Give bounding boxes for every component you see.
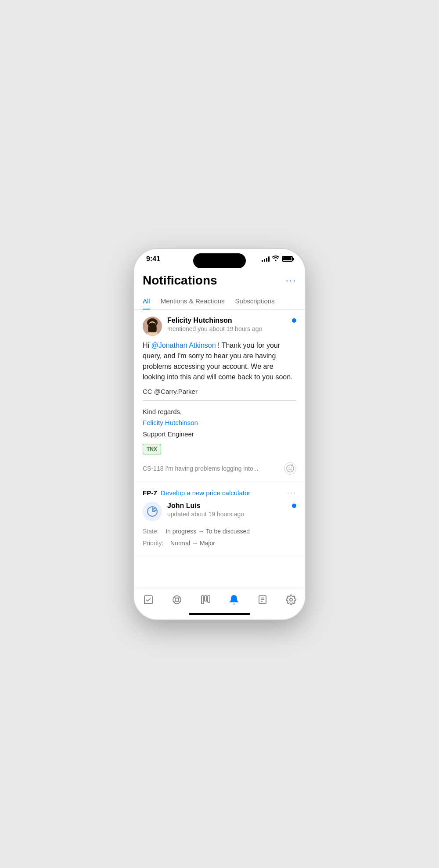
- svg-line-17: [174, 601, 175, 602]
- state-row: State: In progress → To be discussed: [143, 526, 296, 537]
- tab-bar-tasks[interactable]: [138, 593, 159, 607]
- tab-all[interactable]: All: [143, 293, 150, 309]
- notif-user-name-2: John Luis: [167, 502, 287, 510]
- notif-meta-2: John Luis updated about 19 hours ago: [167, 502, 287, 518]
- svg-point-8: [291, 468, 292, 468]
- signature-greeting: Kind regards,: [143, 406, 296, 418]
- avatar-john: [143, 502, 162, 521]
- priority-row: Priority: Normal → Major: [143, 537, 296, 549]
- svg-line-15: [174, 597, 175, 598]
- section-id: FP-7: [143, 489, 157, 497]
- board-icon: [200, 594, 211, 605]
- tab-subscriptions[interactable]: Subscriptions: [235, 293, 275, 309]
- gear-icon: [286, 594, 296, 605]
- priority-to: Major: [200, 540, 215, 547]
- notif-time-2: updated about 19 hours ago: [167, 511, 287, 518]
- notif-body-1: Hi @Jonathan Atkinson ! Thank you for yo…: [143, 340, 296, 382]
- signature-name-link[interactable]: Felicity Hutchinson: [143, 417, 296, 429]
- section-header-fp7: FP-7 Develop a new price calculator ···: [134, 482, 305, 502]
- state-arrow: →: [198, 528, 206, 535]
- notif-time-1: mentioned you about 19 hours ago: [167, 325, 287, 332]
- notification-header-2: John Luis updated about 19 hours ago: [143, 502, 296, 521]
- priority-arrow: →: [192, 540, 200, 547]
- mention-link-jonathan[interactable]: @Jonathan Atkinson: [151, 342, 216, 349]
- svg-point-26: [290, 598, 292, 601]
- cs-ticket: CS-118 I'm having problems logging into.…: [143, 462, 296, 475]
- avatar-felicity: [143, 317, 162, 336]
- lifebuoy-icon: [172, 594, 182, 605]
- svg-rect-5: [147, 332, 158, 336]
- articles-icon: [257, 594, 268, 605]
- tnx-badge: TNX: [143, 444, 161, 454]
- tab-bar-issues[interactable]: [166, 593, 187, 607]
- more-options-button[interactable]: ···: [286, 275, 296, 286]
- tab-bar-board[interactable]: [195, 593, 216, 607]
- screen: 9:41: [134, 249, 305, 619]
- tab-bar-notifications[interactable]: [223, 593, 245, 607]
- notification-item-2[interactable]: John Luis updated about 19 hours ago Sta…: [134, 502, 305, 556]
- state-label: State:: [143, 528, 159, 535]
- signature-title: Support Engineer: [143, 429, 296, 440]
- status-time: 9:41: [146, 255, 160, 263]
- app-content: Notifications ··· All Mentions & Reactio…: [134, 267, 305, 587]
- tab-bar: [134, 587, 305, 610]
- phone-frame: 9:41: [134, 249, 305, 619]
- emoji-reaction-button[interactable]: [284, 462, 296, 475]
- svg-rect-21: [208, 596, 210, 602]
- divider: [143, 400, 296, 401]
- priority-label: Priority:: [143, 540, 163, 547]
- wifi-icon: [272, 256, 279, 262]
- signature-block: Kind regards, Felicity Hutchinson Suppor…: [143, 406, 296, 440]
- svg-line-18: [178, 601, 179, 602]
- home-indicator: [189, 613, 250, 615]
- state-to: To be discussed: [206, 528, 250, 535]
- section-more-button[interactable]: ···: [287, 488, 296, 497]
- page-title: Notifications: [143, 274, 217, 288]
- status-bar: 9:41: [134, 249, 305, 267]
- cc-line: CC @Carry.Parker: [143, 388, 296, 395]
- section-link[interactable]: Develop a new price calculator: [161, 489, 287, 497]
- priority-from: Normal: [170, 540, 190, 547]
- tab-bar-articles[interactable]: [252, 593, 273, 607]
- unread-dot-1: [292, 318, 296, 323]
- svg-point-6: [287, 465, 294, 472]
- app-header: Notifications ···: [134, 267, 305, 293]
- tab-bar-settings[interactable]: [281, 593, 302, 607]
- svg-point-7: [289, 468, 290, 468]
- svg-rect-19: [202, 596, 204, 604]
- svg-point-13: [173, 596, 181, 604]
- notification-item-1[interactable]: Felicity Hutchinson mentioned you about …: [134, 310, 305, 483]
- svg-rect-20: [205, 596, 207, 601]
- tabs-container: All Mentions & Reactions Subscriptions: [134, 293, 305, 310]
- unread-dot-2: [292, 504, 296, 508]
- tab-mentions[interactable]: Mentions & Reactions: [161, 293, 225, 309]
- notif-meta-1: Felicity Hutchinson mentioned you about …: [167, 317, 287, 332]
- checkbox-icon: [143, 594, 154, 605]
- signal-bars-icon: [262, 256, 270, 262]
- cs-ticket-text: CS-118 I'm having problems logging into.…: [143, 465, 258, 472]
- notification-header-1: Felicity Hutchinson mentioned you about …: [143, 317, 296, 336]
- dynamic-island: [193, 253, 246, 268]
- state-change: State: In progress → To be discussed Pri…: [143, 526, 296, 549]
- bell-icon: [229, 594, 239, 605]
- svg-point-14: [175, 598, 179, 601]
- battery-icon: [282, 256, 293, 262]
- svg-line-16: [178, 597, 179, 598]
- state-from: In progress: [166, 528, 196, 535]
- status-icons: [262, 256, 293, 262]
- notif-user-name-1: Felicity Hutchinson: [167, 317, 287, 324]
